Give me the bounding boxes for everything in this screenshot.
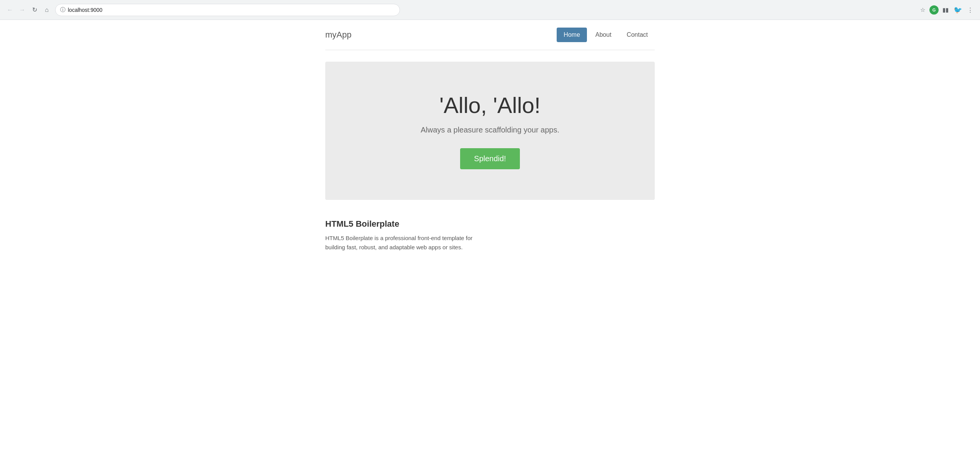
star-button[interactable]: ☆ xyxy=(917,5,928,15)
menu-button[interactable]: ⋮ xyxy=(965,5,975,15)
nav-home[interactable]: Home xyxy=(557,28,587,42)
brand-logo: myApp xyxy=(325,30,351,40)
url-display: localhost:9000 xyxy=(68,7,102,13)
forward-button[interactable]: → xyxy=(17,5,28,15)
hero-section: 'Allo, 'Allo! Always a pleasure scaffold… xyxy=(325,62,655,200)
browser-nav-buttons: ← → ↻ ⌂ xyxy=(5,5,52,15)
back-button[interactable]: ← xyxy=(5,5,15,15)
extensions-button[interactable]: ▮▮ xyxy=(940,5,951,15)
browser-chrome: ← → ↻ ⌂ ⓘ localhost:9000 ☆ G ▮▮ 🐦 ⋮ xyxy=(0,0,980,20)
navbar-divider xyxy=(325,50,655,50)
reload-button[interactable]: ↻ xyxy=(29,5,40,15)
nav-about[interactable]: About xyxy=(588,28,618,42)
hero-title: 'Allo, 'Allo! xyxy=(341,92,639,118)
splendid-button[interactable]: Splendid! xyxy=(460,148,519,169)
nav-contact[interactable]: Contact xyxy=(620,28,655,42)
home-button[interactable]: ⌂ xyxy=(41,5,52,15)
content-heading: HTML5 Boilerplate xyxy=(325,219,655,229)
profile-icon[interactable]: G xyxy=(929,5,939,15)
app-container: myApp Home About Contact 'Allo, 'Allo! A… xyxy=(318,20,662,260)
address-bar[interactable]: ⓘ localhost:9000 xyxy=(55,4,400,16)
hero-subtitle: Always a pleasure scaffolding your apps. xyxy=(341,126,639,134)
browser-toolbar-right: ☆ G ▮▮ 🐦 ⋮ xyxy=(917,5,975,15)
content-text: HTML5 Boilerplate is a professional fron… xyxy=(325,234,479,252)
security-icon: ⓘ xyxy=(60,7,66,13)
navbar: myApp Home About Contact xyxy=(325,20,655,50)
nav-links: Home About Contact xyxy=(557,28,655,42)
twitter-icon[interactable]: 🐦 xyxy=(952,5,963,15)
content-section: HTML5 Boilerplate HTML5 Boilerplate is a… xyxy=(325,211,655,260)
